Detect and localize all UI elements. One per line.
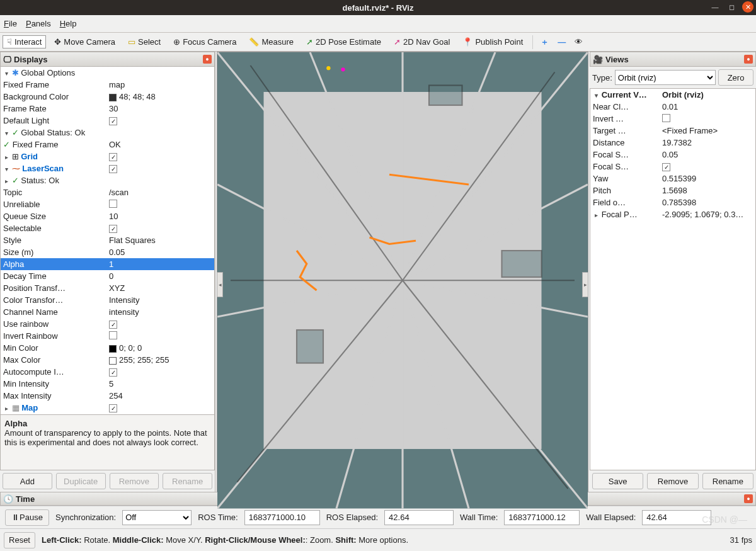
global-status[interactable]: Global Status: Ok	[21, 128, 85, 137]
displays-title[interactable]: 🖵 Displays ●	[0, 52, 215, 67]
focus-camera-button[interactable]: ⊕Focus Camera	[169, 35, 241, 48]
reset-button[interactable]: Reset	[4, 532, 35, 548]
zero-button[interactable]: Zero	[718, 69, 753, 86]
pin-icon: 📍	[462, 37, 472, 47]
checkbox[interactable]	[109, 165, 117, 173]
ruler-icon: 📏	[249, 37, 259, 47]
invert-rainbow[interactable]: Invert Rainbow	[1, 331, 108, 341]
window-titlebar: default.rviz* - RViz — ◻ ✕	[0, 0, 756, 15]
channel-name[interactable]: Channel Name	[1, 307, 108, 317]
ros-time-label: ROS Time:	[198, 513, 238, 522]
checkbox[interactable]	[109, 321, 117, 329]
wall-time-label: Wall Time:	[460, 513, 498, 522]
measure-button[interactable]: 📏Measure	[244, 35, 298, 48]
status-bar: Reset Left-Click: Rotate. Middle-Click: …	[0, 528, 756, 551]
svg-rect-22	[429, 86, 462, 106]
select-button[interactable]: ▭Select	[123, 35, 165, 48]
min-intensity[interactable]: Min Intensity	[1, 379, 108, 389]
eye-icon[interactable]: 👁	[572, 37, 585, 47]
menu-file[interactable]: File	[4, 19, 17, 28]
menu-panels[interactable]: Panels	[26, 19, 51, 28]
checkbox[interactable]	[109, 331, 117, 339]
minimize-button[interactable]: —	[709, 1, 721, 13]
min-color[interactable]: Min Color	[1, 343, 108, 353]
checkbox[interactable]	[662, 163, 670, 171]
queue-size[interactable]: Queue Size	[1, 212, 108, 221]
pointer-icon: ☟	[7, 37, 12, 47]
checkbox[interactable]	[109, 117, 117, 125]
checkbox[interactable]	[109, 225, 117, 233]
close-button[interactable]: ✕	[742, 1, 753, 13]
splitter-left[interactable]: ◂	[217, 272, 223, 297]
checkbox[interactable]	[109, 368, 117, 377]
checkbox[interactable]	[109, 200, 117, 208]
ros-elapsed-field[interactable]: 42.64	[384, 510, 454, 525]
wall-time-field[interactable]: 1683771000.12	[504, 510, 580, 525]
nav-goal-button[interactable]: ➚2D Nav Goal	[389, 35, 454, 48]
decay-time[interactable]: Decay Time	[1, 271, 108, 281]
unreliable[interactable]: Unreliable	[1, 200, 108, 209]
svg-point-27	[341, 67, 345, 71]
save-view-button[interactable]: Save	[592, 473, 643, 489]
splitter-right[interactable]: ▸	[582, 272, 588, 297]
laserscan-display[interactable]: LaserScan	[22, 164, 64, 173]
remove-view-button[interactable]: Remove	[647, 473, 698, 489]
checkbox[interactable]	[109, 404, 117, 412]
max-intensity[interactable]: Max Intensity	[1, 391, 108, 400]
grid-display[interactable]: Grid	[21, 152, 38, 161]
views-tree[interactable]: ▾ Current V…Orbit (rviz) Near Cl…0.01 In…	[590, 88, 756, 470]
use-rainbow[interactable]: Use rainbow	[1, 319, 108, 329]
close-icon[interactable]: ●	[744, 55, 753, 64]
style[interactable]: Style	[1, 236, 108, 245]
ros-elapsed-label: ROS Elapsed:	[326, 513, 378, 522]
wall-elapsed-field[interactable]: 42.64	[642, 510, 711, 525]
svg-point-26	[326, 66, 330, 70]
bg-color[interactable]: Background Color	[1, 92, 108, 101]
autocompute[interactable]: Autocompute I…	[1, 367, 108, 377]
interact-button[interactable]: ☟Interact	[3, 35, 46, 48]
status-fixed-frame[interactable]: Fixed Frame	[13, 140, 59, 149]
remove-button: Remove	[110, 473, 159, 489]
menu-help[interactable]: Help	[60, 19, 77, 28]
arrow-icon: ➚	[306, 37, 313, 47]
selectable[interactable]: Selectable	[1, 224, 108, 233]
frame-rate[interactable]: Frame Rate	[1, 104, 108, 113]
move-icon: ✥	[54, 37, 61, 47]
default-light[interactable]: Default Light	[1, 116, 108, 125]
pose-estimate-button[interactable]: ➚2D Pose Estimate	[302, 35, 386, 48]
pause-button[interactable]: ⏸ Pause	[5, 509, 49, 526]
add-button[interactable]: Add	[3, 473, 52, 489]
publish-point-button[interactable]: 📍Publish Point	[458, 35, 527, 48]
clock-icon: 🕓	[3, 494, 13, 504]
rename-button: Rename	[163, 473, 212, 489]
view-type-select[interactable]: Orbit (rviz)	[615, 70, 716, 85]
topic[interactable]: Topic	[1, 188, 108, 197]
rename-view-button[interactable]: Rename	[702, 473, 753, 489]
fixed-frame[interactable]: Fixed Frame	[1, 80, 108, 89]
laser-status[interactable]: Status: Ok	[21, 176, 59, 185]
toolbar: ☟Interact ✥Move Camera ▭Select ⊕Focus Ca…	[0, 33, 756, 52]
color-transformer[interactable]: Color Transfor…	[1, 295, 108, 305]
render-viewport[interactable]: ◂ ▸	[217, 52, 588, 492]
status-hint: Left-Click: Rotate. Middle-Click: Move X…	[42, 535, 724, 545]
pos-transformer[interactable]: Position Transf…	[1, 283, 108, 293]
close-icon[interactable]: ●	[203, 55, 212, 64]
checkbox[interactable]	[662, 114, 670, 122]
views-title[interactable]: 🎥 Views ●	[590, 52, 756, 67]
checkbox[interactable]	[109, 153, 117, 161]
close-icon[interactable]: ●	[744, 494, 753, 503]
global-options[interactable]: Global Options	[21, 68, 75, 77]
move-camera-button[interactable]: ✥Move Camera	[50, 35, 120, 48]
menubar: File Panels Help	[0, 15, 756, 33]
minus-icon[interactable]: —	[555, 37, 568, 47]
ros-time-field[interactable]: 1683771000.10	[244, 510, 320, 525]
size[interactable]: Size (m)	[1, 247, 108, 257]
displays-tree[interactable]: ▾ ✱ Global Options Fixed Framemap Backgr…	[0, 67, 215, 415]
sync-select[interactable]: Off	[122, 510, 192, 525]
max-color[interactable]: Max Color	[1, 355, 108, 365]
maximize-button[interactable]: ◻	[726, 1, 737, 13]
monitor-icon: 🖵	[3, 55, 11, 64]
plus-icon[interactable]: ＋	[538, 37, 551, 48]
select-icon: ▭	[128, 37, 135, 47]
map-display[interactable]: Map	[21, 403, 38, 412]
